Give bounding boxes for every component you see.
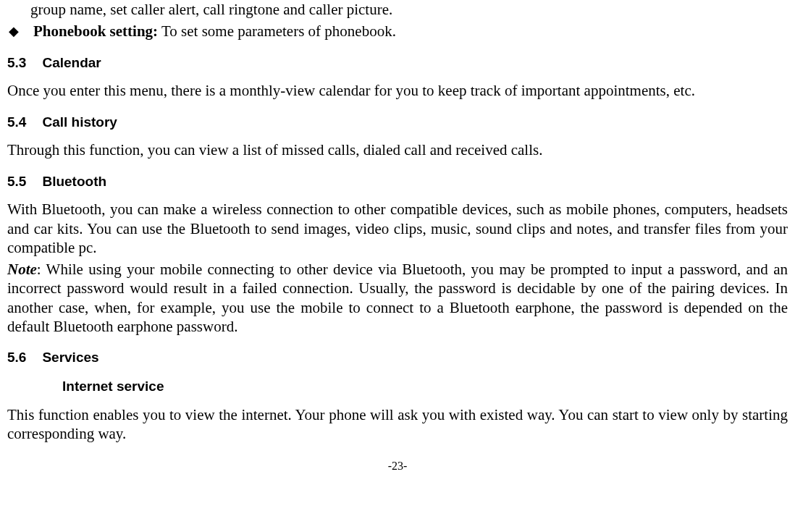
services-body: This function enables you to view the in… bbox=[7, 405, 788, 444]
heading-services: 5.6Services bbox=[7, 349, 788, 366]
page-number: -23- bbox=[7, 459, 788, 473]
document-body: group name, set caller alert, call ringt… bbox=[7, 0, 788, 473]
top-fragment-line: group name, set caller alert, call ringt… bbox=[30, 0, 788, 19]
bullet-label: Phonebook setting: bbox=[33, 22, 158, 40]
heading-title: Bluetooth bbox=[42, 174, 106, 189]
heading-call-history: 5.4Call history bbox=[7, 114, 788, 131]
heading-calendar: 5.3Calendar bbox=[7, 54, 788, 72]
note-label: Note bbox=[7, 261, 37, 278]
heading-title: Calendar bbox=[42, 55, 101, 70]
note-body: : While using your mobile connecting to … bbox=[7, 261, 788, 335]
bluetooth-body1: With Bluetooth, you can make a wireless … bbox=[7, 200, 788, 257]
callhistory-body: Through this function, you can view a li… bbox=[7, 140, 788, 159]
heading-num: 5.5 bbox=[7, 174, 26, 189]
bullet-content: Phonebook setting: To set some parameter… bbox=[33, 22, 396, 41]
diamond-bullet-icon: ◆ bbox=[9, 23, 19, 40]
heading-num: 5.4 bbox=[7, 114, 26, 130]
top-fragment-text: group name, set caller alert, call ringt… bbox=[30, 1, 392, 18]
bullet-phonebook-setting: ◆ Phonebook setting: To set some paramet… bbox=[7, 22, 788, 41]
heading-num: 5.6 bbox=[7, 350, 26, 365]
bullet-text: To set some parameters of phonebook. bbox=[158, 22, 396, 40]
subheading-internet-service: Internet service bbox=[62, 378, 788, 395]
heading-bluetooth: 5.5Bluetooth bbox=[7, 173, 788, 190]
bluetooth-note: Note: While using your mobile connecting… bbox=[7, 260, 788, 336]
heading-title: Services bbox=[42, 350, 98, 365]
heading-num: 5.3 bbox=[7, 55, 26, 70]
heading-title: Call history bbox=[42, 114, 117, 130]
calendar-body: Once you enter this menu, there is a mon… bbox=[7, 81, 788, 100]
